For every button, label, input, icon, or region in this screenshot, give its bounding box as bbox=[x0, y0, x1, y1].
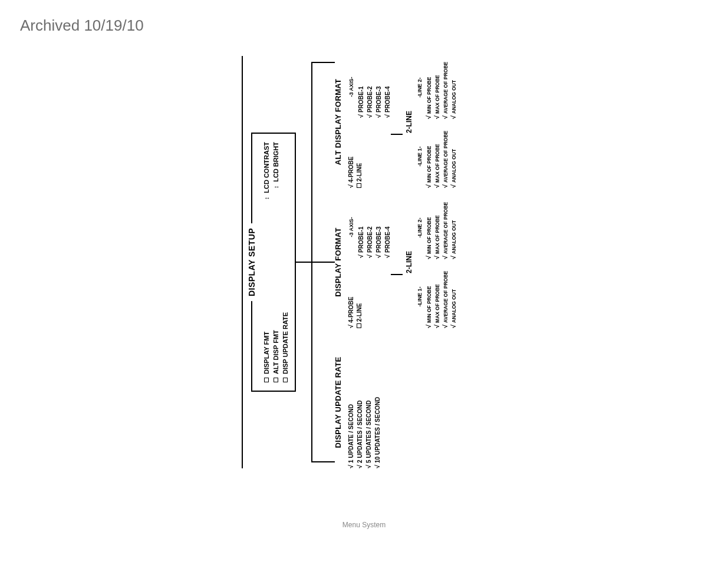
altfmt-line1-opt: MIN OF PROBE bbox=[425, 125, 432, 188]
display-setup-box: DISPLAY SETUP DISPLAY FMT LCD CONTRAST A… bbox=[251, 133, 296, 392]
rate-opt: 1 UPDATE / SECOND bbox=[347, 336, 354, 468]
altfmt-title: ALT DISPLAY FORMAT bbox=[334, 56, 342, 188]
fmt-line1-opt: AVERAGE OF PROBE bbox=[442, 265, 449, 328]
opt-display-fmt: DISPLAY FMT bbox=[263, 332, 270, 382]
altfmt-probe: PROBE-4 bbox=[384, 56, 391, 118]
fmt-line2-hdr: -LINE 2- bbox=[417, 196, 423, 259]
fmt-4probe: 4-PROBE bbox=[347, 266, 354, 328]
fmt-2line: 2-LINE bbox=[356, 266, 363, 328]
fmt-line2-opt: ANALOG OUT bbox=[450, 196, 457, 259]
altfmt-line2-opt: AVERAGE OF PROBE bbox=[442, 56, 449, 119]
fmt-line2-opt: AVERAGE OF PROBE bbox=[442, 196, 449, 259]
top-rule bbox=[242, 56, 243, 468]
altfmt-sub-stem bbox=[391, 134, 403, 135]
altfmt-4probe: 4-PROBE bbox=[347, 126, 354, 188]
rate-opt: 5 UPDATES / SECOND bbox=[365, 336, 372, 468]
altfmt-line2-hdr: -LINE 2- bbox=[417, 56, 423, 119]
opt-disp-update-rate: DISP UPDATE RATE bbox=[282, 312, 289, 382]
altfmt-line1-opt: MAX OF PROBE bbox=[433, 125, 440, 188]
fmt-line2-opt: MIN OF PROBE bbox=[425, 196, 432, 259]
altfmt-probe: PROBE-3 bbox=[375, 56, 382, 118]
fmt-line1-opt: MAX OF PROBE bbox=[433, 265, 440, 328]
altfmt-probe: PROBE-1 bbox=[357, 56, 364, 118]
rate-opt: 10 UPDATES / SECOND bbox=[374, 336, 381, 468]
fmt-probe: PROBE-4 bbox=[384, 196, 391, 258]
connector-drops bbox=[312, 62, 335, 462]
fmt-3axis-label: -3 AXIS- bbox=[348, 196, 354, 258]
altfmt-probe: PROBE-2 bbox=[366, 56, 373, 118]
altfmt-line2-opt: MAX OF PROBE bbox=[433, 56, 440, 119]
fmt-sub-stem bbox=[391, 274, 403, 275]
altfmt-3axis-label: -3 AXIS- bbox=[348, 56, 354, 118]
altfmt-line1-opt: ANALOG OUT bbox=[450, 125, 457, 188]
altfmt-2line: 2-LINE bbox=[356, 126, 363, 188]
archived-watermark: Archived 10/19/10 bbox=[20, 16, 144, 35]
fmt-probe: PROBE-2 bbox=[366, 196, 373, 258]
fmt-probe: PROBE-1 bbox=[357, 196, 364, 258]
altfmt-line1-hdr: -LINE 1- bbox=[417, 125, 423, 188]
opt-alt-disp-fmt: ALT DISP FMT bbox=[272, 330, 279, 382]
panel-alt-display-format: ALT DISPLAY FORMAT 4-PROBE 2-LINE -3 AXI… bbox=[334, 56, 457, 188]
altfmt-line1-opt: AVERAGE OF PROBE bbox=[442, 125, 449, 188]
fmt-line2-opt: MAX OF PROBE bbox=[433, 196, 440, 259]
connector-stem bbox=[296, 262, 311, 263]
altfmt-2line-title: 2-LINE bbox=[405, 56, 413, 188]
fmt-probe: PROBE-3 bbox=[375, 196, 382, 258]
rate-opt: 2 UPDATES / SECOND bbox=[356, 336, 363, 468]
fmt-title: DISPLAY FORMAT bbox=[334, 196, 342, 328]
panel-update-rate: DISPLAY UPDATE RATE 1 UPDATE / SECOND 2 … bbox=[334, 336, 457, 468]
fmt-line1-opt: ANALOG OUT bbox=[450, 265, 457, 328]
opt-lcd-bright: LCD BRIGHT bbox=[272, 142, 279, 189]
altfmt-line2-opt: MIN OF PROBE bbox=[425, 56, 432, 119]
display-setup-title: DISPLAY SETUP bbox=[247, 223, 256, 301]
fmt-line1-opt: MIN OF PROBE bbox=[425, 265, 432, 328]
panel-display-format: DISPLAY FORMAT 4-PROBE 2-LINE -3 AXIS- P… bbox=[334, 196, 457, 328]
page-footer: Menu System bbox=[0, 521, 728, 529]
altfmt-line2-opt: ANALOG OUT bbox=[450, 56, 457, 119]
fmt-line1-hdr: -LINE 1- bbox=[417, 265, 423, 328]
rate-title: DISPLAY UPDATE RATE bbox=[334, 336, 342, 468]
fmt-2line-title: 2-LINE bbox=[405, 196, 413, 328]
opt-lcd-contrast: LCD CONTRAST bbox=[263, 142, 270, 200]
